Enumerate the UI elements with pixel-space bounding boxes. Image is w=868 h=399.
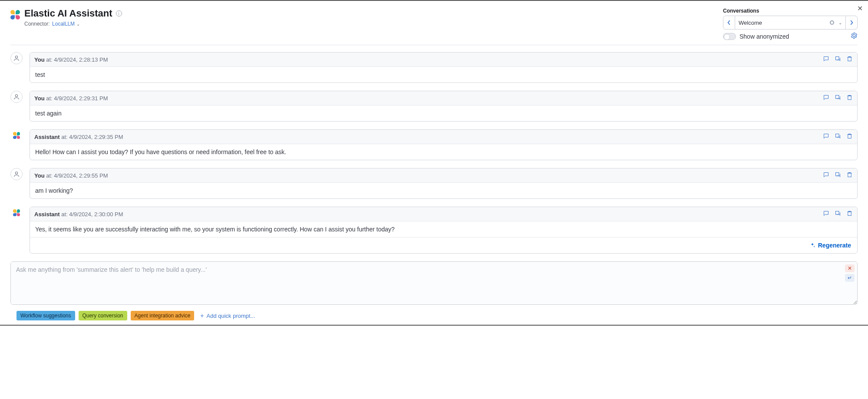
- chevron-left-icon: [726, 20, 732, 25]
- settings-button[interactable]: [851, 32, 858, 40]
- svg-point-8: [15, 172, 17, 174]
- send-button[interactable]: ↵: [845, 274, 855, 282]
- user-avatar: [10, 52, 23, 64]
- message-role: You: [34, 56, 45, 63]
- copy-icon[interactable]: [835, 171, 841, 179]
- user-avatar: [10, 168, 23, 180]
- comment-icon[interactable]: [823, 56, 829, 63]
- message-timestamp: at: 4/9/2024, 2:29:55 PM: [46, 172, 108, 179]
- message-actions: [823, 210, 853, 218]
- user-message: You at: 4/9/2024, 2:29:31 PM test again: [10, 91, 858, 122]
- page-title: Elastic AI Assistant i: [24, 8, 122, 19]
- message-body: Hello! How can I assist you today? If yo…: [30, 144, 857, 160]
- message-actions: [823, 171, 853, 179]
- add-quick-prompt-button[interactable]: + Add quick prompt...: [200, 312, 255, 319]
- svg-rect-7: [848, 135, 851, 138]
- svg-rect-6: [836, 134, 839, 138]
- message-timestamp: at: 4/9/2024, 2:30:00 PM: [61, 211, 123, 218]
- sparkle-icon: [809, 242, 815, 248]
- comment-icon[interactable]: [823, 94, 829, 102]
- message-bubble: You at: 4/9/2024, 2:29:31 PM test again: [30, 91, 858, 122]
- elastic-logo: [10, 10, 20, 20]
- regenerate-button[interactable]: Regenerate: [30, 237, 857, 253]
- message-role: Assistant: [34, 211, 60, 218]
- copy-icon[interactable]: [835, 94, 841, 102]
- svg-rect-4: [836, 96, 839, 99]
- delete-icon[interactable]: [846, 56, 853, 63]
- svg-rect-12: [848, 212, 851, 216]
- message-body: test again: [30, 106, 857, 121]
- message-actions: [823, 133, 853, 141]
- conversations-label: Conversations: [723, 8, 858, 14]
- message-role: Assistant: [34, 134, 60, 140]
- comment-icon[interactable]: [823, 171, 829, 179]
- show-anonymized-label: Show anonymized: [739, 33, 789, 40]
- assistant-avatar: [10, 129, 23, 142]
- chevron-down-icon: ⌄: [838, 20, 842, 25]
- quick-prompt-chip[interactable]: Workflow suggestions: [17, 311, 75, 320]
- svg-rect-10: [848, 173, 851, 177]
- comment-icon[interactable]: [823, 210, 829, 218]
- show-anonymized-toggle[interactable]: [723, 33, 736, 40]
- message-bubble: You at: 4/9/2024, 2:28:13 PM test: [30, 52, 858, 83]
- message-actions: [823, 94, 853, 102]
- message-thread: You at: 4/9/2024, 2:28:13 PM test You at…: [10, 52, 858, 254]
- comment-icon[interactable]: [823, 133, 829, 141]
- message-body: test: [30, 67, 857, 82]
- prompt-input-area: ✕ ↵: [10, 261, 858, 305]
- gear-icon: [851, 32, 858, 39]
- close-icon[interactable]: ✕: [857, 4, 863, 13]
- message-bubble: You at: 4/9/2024, 2:29:55 PM am I workin…: [30, 168, 858, 199]
- assistant-message: Assistant at: 4/9/2024, 2:29:35 PM Hello…: [10, 129, 858, 160]
- message-bubble: Assistant at: 4/9/2024, 2:30:00 PM Yes, …: [30, 207, 858, 254]
- clear-input-button[interactable]: ✕: [845, 264, 855, 272]
- conversation-select[interactable]: Welcome ⌄: [735, 16, 845, 30]
- conversation-prev-button[interactable]: [723, 16, 735, 30]
- message-header: You at: 4/9/2024, 2:29:55 PM: [30, 168, 857, 183]
- user-message: You at: 4/9/2024, 2:28:13 PM test: [10, 52, 858, 83]
- svg-point-3: [15, 95, 17, 97]
- message-role: You: [34, 172, 45, 179]
- message-header: Assistant at: 4/9/2024, 2:30:00 PM: [30, 207, 857, 221]
- delete-icon[interactable]: [846, 133, 853, 141]
- delete-icon[interactable]: [846, 94, 853, 102]
- svg-rect-9: [836, 173, 839, 176]
- message-timestamp: at: 4/9/2024, 2:29:31 PM: [46, 95, 108, 102]
- connector-row: Connector: LocalLLM⌄: [24, 21, 122, 27]
- conversation-selected-name: Welcome: [739, 20, 827, 26]
- message-actions: [823, 56, 853, 63]
- delete-icon[interactable]: [846, 210, 853, 218]
- connector-select[interactable]: LocalLLM⌄: [52, 21, 80, 27]
- info-icon[interactable]: i: [116, 10, 122, 16]
- copy-icon[interactable]: [835, 210, 841, 218]
- message-body: Yes, it seems like you are successfully …: [30, 221, 857, 237]
- user-avatar: [10, 91, 23, 103]
- message-body: am I working?: [30, 183, 857, 198]
- svg-point-0: [15, 56, 17, 58]
- quick-prompts: Workflow suggestions Query conversion Ag…: [10, 311, 858, 320]
- delete-icon[interactable]: [846, 171, 853, 179]
- message-header: Assistant at: 4/9/2024, 2:29:35 PM: [30, 130, 857, 144]
- quick-prompt-chip[interactable]: Agent integration advice: [131, 311, 195, 320]
- svg-rect-2: [848, 57, 851, 61]
- message-timestamp: at: 4/9/2024, 2:28:13 PM: [46, 56, 108, 63]
- conversation-next-button[interactable]: [845, 16, 858, 30]
- svg-rect-11: [836, 211, 839, 215]
- assistant-avatar: [10, 207, 23, 219]
- quick-prompt-chip[interactable]: Query conversion: [79, 311, 127, 320]
- chevron-down-icon: ⌄: [76, 22, 80, 26]
- message-header: You at: 4/9/2024, 2:28:13 PM: [30, 53, 857, 67]
- user-message: You at: 4/9/2024, 2:29:55 PM am I workin…: [10, 168, 858, 199]
- message-timestamp: at: 4/9/2024, 2:29:35 PM: [61, 134, 123, 140]
- copy-icon[interactable]: [835, 133, 841, 141]
- header: Elastic AI Assistant i Connector: LocalL…: [10, 8, 858, 45]
- copy-icon[interactable]: [835, 56, 841, 63]
- message-header: You at: 4/9/2024, 2:29:31 PM: [30, 91, 857, 106]
- plus-icon: +: [200, 312, 204, 319]
- prompt-input[interactable]: [15, 265, 853, 301]
- status-dot-icon: [830, 20, 834, 25]
- assistant-message: Assistant at: 4/9/2024, 2:30:00 PM Yes, …: [10, 207, 858, 254]
- message-role: You: [34, 95, 45, 102]
- svg-rect-5: [848, 96, 851, 100]
- chevron-right-icon: [849, 20, 854, 25]
